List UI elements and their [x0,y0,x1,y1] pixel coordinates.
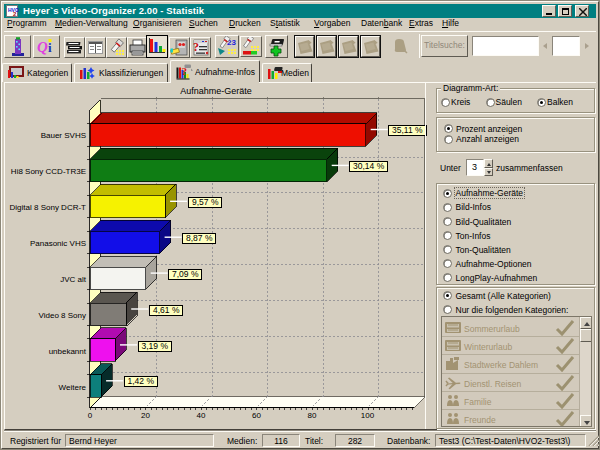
svg-text:Panasonic VHS: Panasonic VHS [30,239,86,248]
svg-text:Weitere: Weitere [59,383,87,392]
svg-text:100: 100 [361,411,375,420]
svg-text:20: 20 [141,411,150,420]
svg-text:JVC alt: JVC alt [60,275,87,284]
svg-text:Digital 8 Sony DCR-T: Digital 8 Sony DCR-T [10,203,87,212]
svg-text:Q: Q [37,39,48,55]
svg-text:Aufnahme-Geräte: Aufnahme-Geräte [180,86,252,96]
svg-text:0: 0 [88,411,93,420]
svg-text:?: ? [193,40,199,54]
svg-text:i: i [48,40,52,55]
svg-text:40: 40 [197,411,206,420]
svg-text:Hi8 Sony CCD-TR3E: Hi8 Sony CCD-TR3E [11,167,86,176]
svg-text:60: 60 [252,411,261,420]
svg-text:Bauer SVHS: Bauer SVHS [41,131,86,140]
svg-text:80: 80 [308,411,317,420]
svg-text:Video 8 Sony: Video 8 Sony [39,311,86,320]
svg-text:?: ? [182,65,188,77]
svg-text:unbekannt: unbekannt [49,347,87,356]
